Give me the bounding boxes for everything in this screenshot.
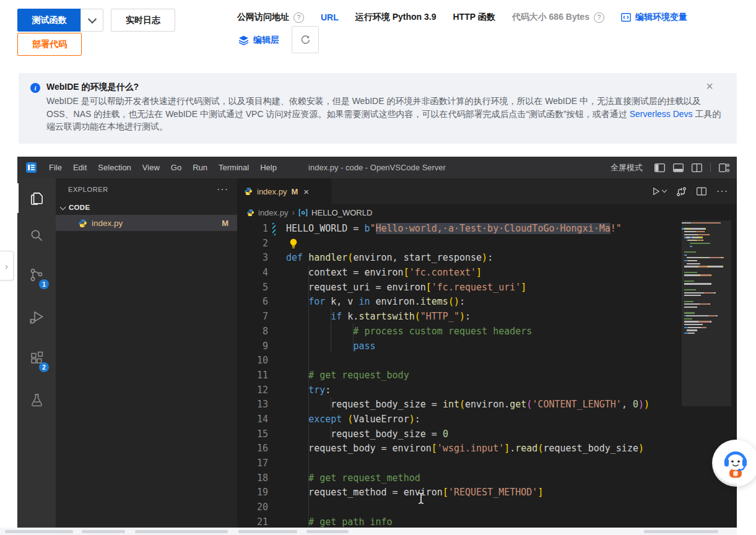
chevron-down-icon [662,188,667,193]
banner-title: WebIDE 的环境是什么? [46,82,139,93]
open-changes-icon[interactable] [676,186,687,197]
public-url-label: 公网访问地址 [237,12,289,23]
split-editor-layout-icon[interactable] [692,163,702,172]
ide-titlebar: File Edit Selection View Go Run Terminal… [17,157,737,178]
info-icon: i [30,83,40,93]
occluded-text-fragment [306,530,349,533]
git-modified-gutter-marker [272,223,276,235]
webide-info-banner: i WebIDE 的环境是什么? WebIDE 是可以帮助开发者快速进行代码测试… [19,73,737,144]
titlebar-separator [710,163,711,172]
toggle-sidebar-icon[interactable] [654,163,665,172]
realtime-logs-button[interactable]: 实时日志 [111,9,175,32]
explorer-sidebar: EXPLORER ··· CODE index.py M [56,178,237,528]
explorer-header: EXPLORER [68,186,108,193]
breadcrumb-separator-icon: › [292,207,295,217]
http-function-label: HTTP 函数 [453,12,495,23]
tab-bar: index.py M × [237,178,737,204]
testing-activity-button[interactable] [17,385,56,415]
split-editor-icon[interactable] [697,187,706,196]
run-icon [651,186,661,196]
tab-indexpy[interactable]: index.py M × [237,178,331,204]
help-icon[interactable]: ? [594,12,604,23]
file-name: index.py [92,219,123,228]
explorer-more-actions-icon[interactable]: ··· [217,184,228,195]
beaker-icon [29,393,45,408]
code-editor[interactable]: 123456789101112131415161718192021 HELLO_… [237,220,737,528]
menu-help[interactable]: Help [254,163,282,172]
menu-terminal[interactable]: Terminal [213,163,254,172]
source-control-activity-button[interactable]: 1 [17,260,56,290]
extensions-badge: 2 [39,362,49,372]
tab-modified-badge: M [291,187,298,196]
python-file-icon [244,187,253,196]
editor-group: index.py M × [237,178,737,528]
edit-layer-row: 编辑层 [238,35,279,46]
code-size-label: 代码大小 686 Bytes [512,12,589,23]
openvscode-logo-icon [25,162,37,173]
files-icon [29,190,45,206]
serverless-devs-link[interactable]: Serverless Devs [630,109,693,119]
line-number-gutter: 123456789101112131415161718192021 [237,222,268,528]
chevron-down-icon [60,204,66,210]
search-icon [28,227,45,243]
env-window-icon [621,13,631,22]
runtime-label: 运行环境 Python 3.9 [355,12,437,23]
customize-layout-icon[interactable] [719,163,729,172]
occluded-text-fragment [238,530,297,533]
symbol-variable-icon [298,209,308,217]
tab-label: index.py [257,187,287,196]
menu-view[interactable]: View [137,163,165,172]
menu-edit[interactable]: Edit [67,163,92,172]
deploy-code-button[interactable]: 部署代码 [17,33,82,56]
occluded-text-fragment [644,530,718,533]
test-function-dropdown-button[interactable] [80,9,103,32]
account-activity-button[interactable] [17,520,56,528]
source-control-badge: 1 [39,279,49,289]
menu-run[interactable]: Run [187,163,213,172]
explorer-activity-button[interactable] [17,183,56,213]
breadcrumb-symbol[interactable]: HELLO_WORLD [311,208,372,217]
toggle-panel-icon[interactable] [673,163,684,172]
banner-close-icon[interactable]: × [706,79,713,94]
help-icon[interactable]: ? [293,12,304,23]
menu-file[interactable]: File [43,163,67,172]
url-link[interactable]: URL [321,12,339,22]
file-item-indexpy[interactable]: index.py M [56,215,237,231]
page: 测试函数 实时日志 部署代码 公网访问地址 ? URL 运行环境 Python … [0,0,756,535]
test-function-button[interactable]: 测试函数 [17,9,81,32]
git-modified-badge: M [222,219,228,228]
search-activity-button[interactable] [17,220,56,250]
run-python-file-button[interactable] [651,186,666,196]
edit-env-vars-link[interactable]: 编辑环境变量 [621,12,687,23]
customer-service-chatbot-button[interactable] [712,440,756,487]
activity-bar: 1 2 [17,178,56,528]
occluded-text-fragment [5,530,73,533]
explorer-section-code[interactable]: CODE [56,200,237,215]
tab-close-icon[interactable]: × [303,186,309,197]
fullscreen-toggle[interactable]: 全屏模式 [610,162,643,173]
edit-layer-link[interactable]: 编辑层 [253,35,279,46]
lightbulb-code-action-icon[interactable] [289,238,298,251]
collapsed-panel-expander[interactable]: › [0,251,14,281]
code-lines: HELLO_WORLD = b"Hello·world,·a·Test·by·C… [286,222,681,528]
function-info-bar: 公网访问地址 ? URL 运行环境 Python 3.9 HTTP 函数 代码大… [237,12,687,23]
refresh-icon [300,35,311,45]
run-debug-activity-button[interactable] [17,302,56,332]
extensions-activity-button[interactable]: 2 [17,343,56,373]
occluded-text-fragment [82,530,125,533]
python-file-icon [78,219,87,228]
menu-selection[interactable]: Selection [92,163,136,172]
menu-go[interactable]: Go [165,163,187,172]
section-label: CODE [69,204,90,211]
run-debug-icon [28,309,45,326]
breadcrumb-file[interactable]: index.py [258,208,288,217]
refresh-button[interactable] [292,26,319,53]
menu-bar: File Edit Selection View Go Run Terminal… [43,163,282,172]
editor-more-actions-icon[interactable]: ··· [716,186,728,197]
chatbot-robot-icon [718,445,754,481]
layers-icon [238,35,249,45]
breadcrumbs: index.py › HELLO_WORLD [237,204,737,220]
banner-text: WebIDE 是可以帮助开发者快速进行代码测试，以及项目构建、依赖安装，但是 W… [46,96,701,119]
occluded-text-fragment [135,530,228,533]
vscode-window: File Edit Selection View Go Run Terminal… [17,157,737,528]
